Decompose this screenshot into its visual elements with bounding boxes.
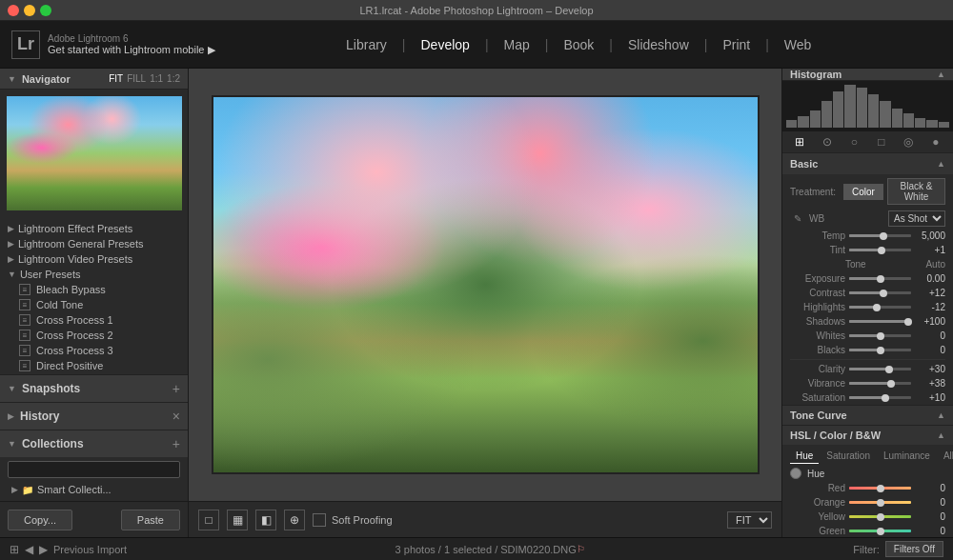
collections-search[interactable] — [8, 461, 180, 478]
hsl-tab-luminance[interactable]: Luminance — [878, 449, 936, 464]
preset-group-effects-header[interactable]: ▶ Lightroom Effect Presets — [0, 221, 188, 236]
treatment-bw-btn[interactable]: Black & White — [887, 178, 945, 205]
maximize-button[interactable] — [40, 5, 51, 16]
soft-proofing-checkbox[interactable] — [313, 513, 326, 527]
nav-fill-btn[interactable]: FILL — [127, 73, 146, 84]
view-single-button[interactable]: □ — [198, 510, 219, 530]
collection-smart[interactable]: ▶ 📁 Smart Collecti... — [8, 482, 180, 497]
mobile-promo[interactable]: Get started with Lightroom mobile ▶ — [48, 44, 215, 56]
shadows-slider[interactable] — [849, 320, 911, 323]
whites-thumb[interactable] — [877, 332, 884, 340]
zoom-dropdown[interactable]: FIT — [727, 511, 772, 529]
hsl-yellow-thumb[interactable] — [877, 513, 884, 521]
clarity-thumb[interactable] — [885, 366, 893, 373]
shadows-thumb[interactable] — [904, 318, 912, 326]
navigator-header[interactable]: ▼ Navigator FIT FILL 1:1 1:2 — [0, 69, 188, 90]
nav-print[interactable]: Print — [709, 37, 763, 52]
view-grid-button[interactable]: ▦ — [227, 510, 248, 530]
paste-button[interactable]: Paste — [121, 510, 180, 530]
hsl-tab-saturation[interactable]: Saturation — [821, 449, 876, 464]
exposure-thumb[interactable] — [877, 275, 884, 283]
collections-add-button[interactable]: + — [172, 436, 180, 451]
exposure-slider[interactable] — [849, 277, 911, 280]
clarity-slider[interactable] — [849, 368, 911, 370]
wb-dropdown[interactable]: As Shot — [888, 210, 945, 227]
view-zoom-button[interactable]: ⊕ — [284, 510, 305, 530]
saturation-slider[interactable] — [849, 396, 911, 399]
hsl-orange-thumb[interactable] — [877, 499, 884, 507]
adj-brush-tool[interactable]: ● — [925, 131, 946, 152]
blacks-thumb[interactable] — [877, 347, 884, 354]
copy-button[interactable]: Copy... — [8, 510, 72, 530]
basic-header[interactable]: Basic ▲ — [782, 153, 953, 174]
contrast-thumb[interactable] — [880, 290, 887, 297]
snapshots-add-button[interactable]: + — [172, 381, 180, 396]
nav-library[interactable]: Library — [333, 37, 400, 52]
tone-curve-header[interactable]: Tone Curve ▲ — [782, 406, 953, 425]
treatment-color-btn[interactable]: Color — [843, 184, 883, 200]
tint-slider[interactable] — [849, 249, 911, 251]
temp-slider[interactable] — [849, 234, 911, 237]
nav-1to2-btn[interactable]: 1:2 — [167, 73, 180, 84]
saturation-thumb[interactable] — [882, 394, 889, 402]
preset-bleach-bypass[interactable]: ≡ Bleach Bypass — [0, 282, 188, 297]
preset-cold-tone[interactable]: ≡ Cold Tone — [0, 297, 188, 312]
vibrance-thumb[interactable] — [887, 380, 895, 388]
nav-slideshow[interactable]: Slideshow — [615, 37, 702, 52]
hsl-radio-button[interactable] — [790, 468, 801, 479]
main-photo[interactable] — [212, 95, 760, 474]
nav-1to1-btn[interactable]: 1:1 — [150, 73, 163, 84]
flag-button[interactable]: ⚐ — [577, 544, 585, 554]
filmstrip-icon[interactable]: ⊞ — [10, 543, 19, 556]
crop-tool[interactable]: ⊞ — [789, 131, 810, 152]
hsl-yellow-slider[interactable] — [849, 515, 911, 518]
collections-header[interactable]: ▼ Collections + — [0, 430, 188, 457]
hsl-orange-slider[interactable] — [849, 501, 911, 504]
spot-remove-tool[interactable]: ⊙ — [817, 131, 838, 152]
temp-thumb[interactable] — [880, 232, 887, 240]
preset-direct-positive[interactable]: ≡ Direct Positive — [0, 358, 188, 373]
hsl-green-slider[interactable] — [849, 530, 911, 532]
history-close-button[interactable]: × — [172, 409, 180, 424]
hsl-tab-hue[interactable]: Hue — [790, 449, 819, 464]
grad-filter-tool[interactable]: □ — [871, 131, 892, 152]
redeye-tool[interactable]: ○ — [843, 131, 864, 152]
forward-nav-button[interactable]: ▶ — [39, 543, 48, 556]
hsl-header[interactable]: HSL / Color / B&W ▲ — [782, 426, 953, 445]
highlights-slider[interactable] — [849, 306, 911, 309]
contrast-slider[interactable] — [849, 291, 911, 294]
preset-cross-process-3[interactable]: ≡ Cross Process 3 — [0, 343, 188, 358]
preset-cross-process-2[interactable]: ≡ Cross Process 2 — [0, 328, 188, 343]
view-compare-button[interactable]: ◧ — [255, 510, 276, 530]
eyedropper-icon[interactable]: ✎ — [790, 211, 805, 227]
filters-off-button[interactable]: Filters Off — [885, 541, 943, 557]
preset-cross-process-1[interactable]: ≡ Cross Process 1 — [0, 312, 188, 328]
nav-web[interactable]: Web — [771, 37, 825, 52]
back-nav-button[interactable]: ◀ — [25, 543, 33, 556]
preset-group-user-header[interactable]: ▼ User Presets — [0, 267, 188, 282]
radial-filter-tool[interactable]: ◎ — [898, 131, 919, 152]
nav-book[interactable]: Book — [550, 37, 607, 52]
history-header[interactable]: ▶ History × — [0, 403, 188, 430]
hsl-tab-all[interactable]: All — [938, 449, 953, 464]
hsl-red-slider[interactable] — [849, 487, 911, 490]
tone-auto-button[interactable]: Auto — [925, 259, 945, 270]
hsl-red-thumb[interactable] — [877, 485, 884, 492]
nav-fit-btn[interactable]: FIT — [109, 73, 123, 84]
minimize-button[interactable] — [24, 5, 35, 16]
highlights-thumb[interactable] — [873, 304, 881, 311]
whites-slider[interactable] — [849, 334, 911, 337]
blacks-slider[interactable] — [849, 349, 911, 351]
hist-bar — [926, 120, 937, 128]
preset-group-general-header[interactable]: ▶ Lightroom General Presets — [0, 236, 188, 251]
snapshots-header[interactable]: ▼ Snapshots + — [0, 375, 188, 402]
window-controls[interactable] — [8, 5, 51, 16]
tint-thumb[interactable] — [878, 247, 885, 254]
close-button[interactable] — [8, 5, 19, 16]
vibrance-slider[interactable] — [849, 382, 911, 385]
preset-group-video-header[interactable]: ▶ Lightroom Video Presets — [0, 251, 188, 267]
hsl-green-thumb[interactable] — [877, 528, 884, 535]
histogram-header[interactable]: Histogram ▲ — [782, 69, 953, 81]
nav-map[interactable]: Map — [491, 37, 543, 52]
nav-develop[interactable]: Develop — [408, 37, 483, 52]
